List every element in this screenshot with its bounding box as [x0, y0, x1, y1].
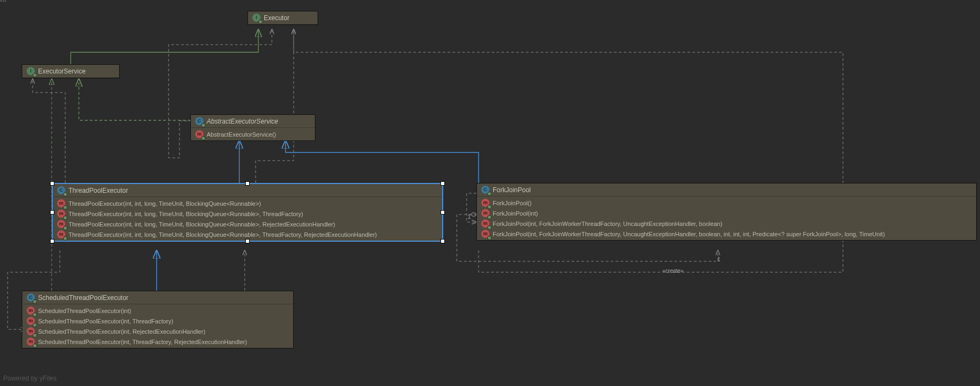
- selection-handle[interactable]: [50, 210, 54, 215]
- method-icon: m: [57, 210, 65, 218]
- method-icon: m: [481, 209, 489, 217]
- node-members: m ThreadPoolExecutor(int, int, long, Tim…: [53, 197, 442, 241]
- node-fork-join-pool[interactable]: C ForkJoinPool m ForkJoinPool() m ForkJo…: [476, 183, 977, 241]
- member-row: m ForkJoinPool(): [479, 198, 974, 208]
- class-name: AbstractExecutorService: [207, 118, 278, 125]
- class-name: ThreadPoolExecutor: [69, 187, 128, 194]
- node-members: m AbstractExecutorService(): [191, 128, 315, 140]
- member-row: m ScheduledThreadPoolExecutor(int, Threa…: [24, 316, 291, 326]
- node-thread-pool-executor[interactable]: C ThreadPoolExecutor m ThreadPoolExecuto…: [52, 183, 443, 242]
- node-executor-service[interactable]: I ExecutorService: [22, 64, 120, 78]
- node-members: m ForkJoinPool() m ForkJoinPool(int) m F…: [477, 197, 976, 240]
- class-icon: C: [481, 186, 489, 194]
- interface-icon: I: [27, 67, 35, 75]
- method-icon: m: [57, 199, 65, 207]
- class-name: ExecutorService: [38, 68, 85, 75]
- method-icon: m: [27, 338, 35, 346]
- node-executor[interactable]: I Executor: [247, 11, 318, 25]
- method-icon: m: [481, 199, 489, 207]
- member-row: m ThreadPoolExecutor(int, int, long, Tim…: [55, 198, 440, 209]
- method-icon: m: [57, 230, 65, 238]
- multiplicity-one-b: 1: [717, 256, 721, 262]
- member-row: m ForkJoinPool(int): [479, 208, 974, 218]
- selection-handle[interactable]: [441, 239, 445, 243]
- method-icon: m: [195, 130, 203, 138]
- powered-by-label: Powered by yFiles: [3, 375, 57, 382]
- member-row: m ScheduledThreadPoolExecutor(int, Rejec…: [24, 326, 291, 336]
- class-icon: C: [57, 186, 65, 194]
- class-name: Executor: [264, 14, 289, 22]
- method-icon: m: [481, 219, 489, 228]
- method-icon: m: [481, 230, 489, 238]
- node-members: m ScheduledThreadPoolExecutor(int) m Sch…: [22, 304, 293, 348]
- selection-handle[interactable]: [441, 181, 445, 186]
- create-label: «create»: [662, 268, 684, 274]
- node-abstract-executor-service[interactable]: C AbstractExecutorService m AbstractExec…: [190, 114, 315, 141]
- method-icon: m: [57, 220, 65, 228]
- method-icon: m: [27, 307, 35, 315]
- selection-handle[interactable]: [245, 181, 250, 186]
- class-icon: C: [27, 293, 35, 302]
- member-row: m ThreadPoolExecutor(int, int, long, Tim…: [55, 219, 440, 229]
- member-row: m ForkJoinPool(int, ForkJoinWorkerThread…: [479, 218, 974, 229]
- member-row: m ThreadPoolExecutor(int, int, long, Tim…: [55, 229, 440, 240]
- class-icon: C: [195, 117, 203, 125]
- selection-handle[interactable]: [245, 239, 250, 243]
- selection-handle[interactable]: [50, 239, 54, 243]
- class-name: ScheduledThreadPoolExecutor: [38, 294, 128, 302]
- member-row: m ScheduledThreadPoolExecutor(int, Threa…: [24, 336, 291, 347]
- method-icon: m: [27, 317, 35, 325]
- node-scheduled-thread-pool-executor[interactable]: C ScheduledThreadPoolExecutor m Schedule…: [22, 291, 294, 348]
- member-row: m AbstractExecutorService(): [193, 129, 313, 139]
- interface-icon: I: [252, 14, 260, 22]
- class-name: ForkJoinPool: [493, 186, 531, 194]
- diagram-canvas[interactable]: «create» 1 1 I Executor I ExecutorServic…: [0, 0, 980, 386]
- member-row: m ForkJoinPool(int, ForkJoinWorkerThread…: [479, 229, 974, 239]
- selection-handle[interactable]: [441, 210, 445, 215]
- member-row: m ScheduledThreadPoolExecutor(int): [24, 305, 291, 316]
- selection-handle[interactable]: [50, 181, 54, 186]
- method-icon: m: [27, 327, 35, 335]
- multiplicity-one-a: 1: [468, 214, 471, 220]
- member-row: m ThreadPoolExecutor(int, int, long, Tim…: [55, 209, 440, 219]
